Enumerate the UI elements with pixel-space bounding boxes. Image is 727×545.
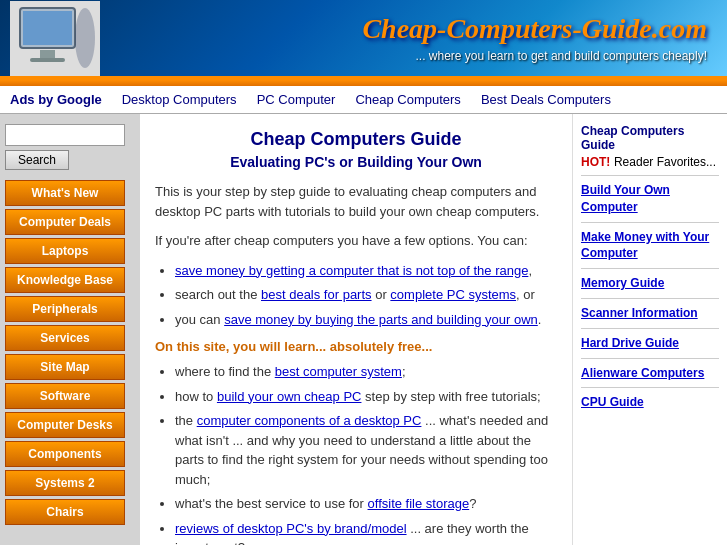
- sidebar-item-peripherals[interactable]: Peripherals: [5, 296, 125, 322]
- search-input[interactable]: [5, 124, 125, 146]
- right-sidebar: Cheap Computers Guide HOT! Reader Favori…: [572, 114, 727, 545]
- right-hot-row: HOT! Reader Favorites...: [581, 154, 719, 169]
- right-divider-1: [581, 175, 719, 176]
- list-item: where to find the best computer system;: [175, 362, 557, 382]
- learn-link-5[interactable]: reviews of desktop PC's by brand/model: [175, 521, 407, 536]
- sidebar-item-laptops[interactable]: Laptops: [5, 238, 125, 264]
- right-link-alienware[interactable]: Alienware Computers: [581, 365, 719, 382]
- sidebar: Search What's New Computer Deals Laptops…: [0, 114, 140, 545]
- right-link-cpu[interactable]: CPU Guide: [581, 394, 719, 411]
- learn-link-3[interactable]: computer components of a desktop PC: [197, 413, 422, 428]
- list-item: what's the best service to use for offsi…: [175, 494, 557, 514]
- svg-rect-3: [30, 58, 65, 62]
- sidebar-item-chairs[interactable]: Chairs: [5, 499, 125, 525]
- option-link-3[interactable]: save money by buying the parts and build…: [224, 312, 538, 327]
- svg-rect-2: [40, 50, 55, 58]
- content-options-intro: If you're after cheap computers you have…: [155, 231, 557, 251]
- content-title: Cheap Computers Guide: [155, 129, 557, 150]
- sidebar-item-knowledge-base[interactable]: Knowledge Base: [5, 267, 125, 293]
- content-intro: This is your step by step guide to evalu…: [155, 182, 557, 221]
- search-box: Search: [5, 124, 135, 170]
- right-link-scanner[interactable]: Scanner Information: [581, 305, 719, 322]
- ads-by-google-link[interactable]: Ads by Google: [10, 92, 102, 107]
- nav-cheap-computers[interactable]: Cheap Computers: [355, 92, 461, 107]
- list-item: reviews of desktop PC's by brand/model .…: [175, 519, 557, 546]
- hot-text: Reader Favorites...: [614, 155, 716, 169]
- nav-best-deals[interactable]: Best Deals Computers: [481, 92, 611, 107]
- right-divider-2: [581, 222, 719, 223]
- svg-point-4: [75, 8, 95, 68]
- right-link-hard-drive[interactable]: Hard Drive Guide: [581, 335, 719, 352]
- sidebar-item-computer-deals[interactable]: Computer Deals: [5, 209, 125, 235]
- header-logo: [10, 1, 100, 76]
- content-subtitle: Evaluating PC's or Building Your Own: [155, 154, 557, 170]
- sidebar-item-systems-2[interactable]: Systems 2: [5, 470, 125, 496]
- learn-list: where to find the best computer system; …: [175, 362, 557, 545]
- right-divider-4: [581, 298, 719, 299]
- right-link-memory[interactable]: Memory Guide: [581, 275, 719, 292]
- right-divider-6: [581, 358, 719, 359]
- list-item: save money by getting a computer that is…: [175, 261, 557, 281]
- learn-link-2[interactable]: build your own cheap PC: [217, 389, 362, 404]
- content-area: Cheap Computers Guide Evaluating PC's or…: [140, 114, 572, 545]
- learn-link-4[interactable]: offsite file storage: [368, 496, 470, 511]
- option-link-2b[interactable]: complete PC systems: [390, 287, 516, 302]
- sidebar-item-software[interactable]: Software: [5, 383, 125, 409]
- nav-pc-computer[interactable]: PC Computer: [257, 92, 336, 107]
- right-divider-7: [581, 387, 719, 388]
- site-tagline: ... where you learn to get and build com…: [100, 49, 707, 63]
- svg-rect-1: [23, 11, 72, 45]
- on-site-header: On this site, you will learn... absolute…: [155, 339, 557, 354]
- main-layout: Search What's New Computer Deals Laptops…: [0, 114, 727, 545]
- right-divider-3: [581, 268, 719, 269]
- list-item: how to build your own cheap PC step by s…: [175, 387, 557, 407]
- options-list: save money by getting a computer that is…: [175, 261, 557, 330]
- sidebar-item-site-map[interactable]: Site Map: [5, 354, 125, 380]
- right-title: Cheap Computers Guide: [581, 124, 719, 152]
- option-link-2a[interactable]: best deals for parts: [261, 287, 372, 302]
- right-link-build[interactable]: Build Your Own Computer: [581, 182, 719, 216]
- list-item: the computer components of a desktop PC …: [175, 411, 557, 489]
- learn-link-1[interactable]: best computer system: [275, 364, 402, 379]
- sidebar-item-whats-new[interactable]: What's New: [5, 180, 125, 206]
- search-button[interactable]: Search: [5, 150, 69, 170]
- sidebar-item-services[interactable]: Services: [5, 325, 125, 351]
- option-link-1[interactable]: save money by getting a computer that is…: [175, 263, 528, 278]
- nav-bar: Ads by Google Desktop Computers PC Compu…: [0, 86, 727, 114]
- site-title: Cheap-Computers-Guide.com: [100, 13, 707, 45]
- sidebar-item-components[interactable]: Components: [5, 441, 125, 467]
- header-title-area: Cheap-Computers-Guide.com ... where you …: [100, 13, 727, 63]
- right-link-money[interactable]: Make Money with Your Computer: [581, 229, 719, 263]
- list-item: search out the best deals for parts or c…: [175, 285, 557, 305]
- right-divider-5: [581, 328, 719, 329]
- list-item: you can save money by buying the parts a…: [175, 310, 557, 330]
- sidebar-item-computer-desks[interactable]: Computer Desks: [5, 412, 125, 438]
- nav-desktop-computers[interactable]: Desktop Computers: [122, 92, 237, 107]
- site-header: Cheap-Computers-Guide.com ... where you …: [0, 0, 727, 80]
- hot-label: HOT!: [581, 155, 610, 169]
